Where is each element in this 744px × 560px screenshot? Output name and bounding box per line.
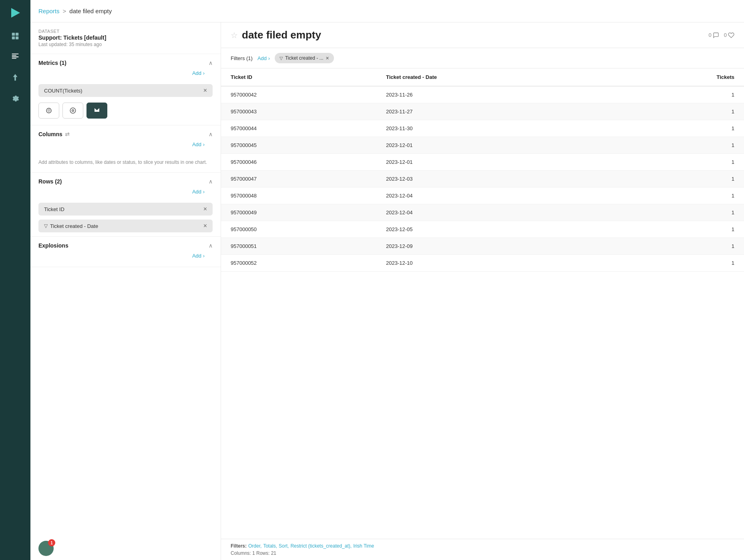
explosions-add-button[interactable]: Add ›: [184, 253, 213, 263]
cell-tickets-count: 1: [617, 154, 744, 171]
cell-ticket-id: 957000045: [221, 137, 376, 154]
logo[interactable]: [7, 5, 23, 21]
rows-chip-ticket-id[interactable]: Ticket ID ×: [38, 203, 213, 216]
user-avatar[interactable]: 1: [38, 541, 54, 556]
svg-rect-1: [12, 33, 15, 36]
report-title: date filed empty: [242, 29, 321, 41]
svg-rect-3: [12, 36, 15, 39]
table-row: 9570000512023-12-091: [221, 238, 744, 255]
bottom-bar-filters: Filters: Order, Totals, Sort, Restrict (…: [231, 543, 734, 549]
cell-ticket-date: 2023-11-27: [376, 103, 617, 120]
metrics-header: Metrics (1) ∧: [30, 54, 221, 70]
report-badges: 0 0: [709, 32, 734, 38]
columns-section: Columns ⇄ ∧ Add › Add attributes to colu…: [30, 125, 221, 173]
table-row: 9570000432023-11-271: [221, 103, 744, 120]
columns-sort-icon: ⇄: [65, 131, 70, 137]
cell-tickets-count: 1: [617, 120, 744, 137]
filter-chip-remove[interactable]: ×: [326, 55, 329, 61]
settings-nav-icon[interactable]: [6, 90, 24, 107]
viz-buttons-group: [30, 103, 221, 125]
cell-ticket-date: 2023-12-03: [376, 171, 617, 187]
left-panel: Dataset Support: Tickets [default] Last …: [30, 22, 221, 560]
table-row: 9570000522023-12-101: [221, 255, 744, 272]
dataset-updated: Last updated: 35 minutes ago: [38, 42, 213, 47]
breadcrumb-current-page: date filed empty: [69, 8, 112, 14]
filter-viz-button[interactable]: [38, 103, 59, 119]
filter-sort-link[interactable]: Sort,: [279, 543, 289, 549]
cell-ticket-id: 957000051: [221, 238, 376, 255]
data-table-container: Ticket ID Ticket created - Date Tickets …: [221, 68, 744, 539]
breadcrumb-reports-link[interactable]: Reports: [38, 8, 60, 14]
explosions-collapse-icon[interactable]: ∧: [209, 242, 213, 249]
table-row: 9570000422023-11-261: [221, 86, 744, 103]
metrics-collapse-icon[interactable]: ∧: [209, 60, 213, 66]
cell-ticket-id: 957000046: [221, 154, 376, 171]
reports-nav-icon[interactable]: [6, 48, 24, 66]
avatar-notification-badge: 1: [48, 539, 55, 546]
report-header: ☆ date filed empty 0 0: [221, 22, 744, 48]
metrics-chip[interactable]: COUNT(Tickets) ×: [38, 84, 213, 97]
filter-chip-icon: ▽: [280, 56, 283, 61]
breadcrumb: Reports > date filed empty: [38, 8, 112, 14]
columns-header: Columns ⇄ ∧: [30, 125, 221, 141]
right-panel: ☆ date filed empty 0 0 Filters (1): [221, 22, 744, 560]
rows-chip-ticket-id-remove[interactable]: ×: [203, 206, 207, 212]
cell-ticket-date: 2023-12-01: [376, 137, 617, 154]
topbar: Reports > date filed empty: [30, 0, 744, 22]
columns-add-button[interactable]: Add ›: [184, 141, 213, 151]
explosions-title: Explosions: [38, 242, 68, 249]
rows-chip-ticket-created-remove[interactable]: ×: [203, 223, 207, 229]
cell-ticket-id: 957000049: [221, 204, 376, 221]
rows-chip-filter-icon: ▽: [44, 223, 48, 229]
table-row: 9570000462023-12-011: [221, 154, 744, 171]
filter-chip-ticket-created[interactable]: ▽ Ticket created - ... ×: [275, 53, 334, 63]
chat-viz-button[interactable]: [86, 103, 107, 119]
likes-count-badge[interactable]: 0: [724, 32, 734, 38]
cell-ticket-date: 2023-12-01: [376, 154, 617, 171]
cell-tickets-count: 1: [617, 171, 744, 187]
filter-totals-link[interactable]: Totals,: [263, 543, 277, 549]
rows-chip-ticket-id-label: Ticket ID: [44, 206, 64, 212]
bottom-bar-info: Columns: 1 Rows: 21: [231, 550, 734, 556]
radio-viz-button[interactable]: [62, 103, 83, 119]
avatar-area: 1: [30, 537, 221, 560]
comments-count-badge[interactable]: 0: [709, 32, 719, 38]
data-table: Ticket ID Ticket created - Date Tickets …: [221, 68, 744, 272]
dataset-header: Dataset Support: Tickets [default] Last …: [30, 22, 221, 54]
metrics-chip-remove[interactable]: ×: [203, 87, 207, 94]
cell-ticket-date: 2023-12-09: [376, 238, 617, 255]
columns-collapse-icon[interactable]: ∧: [209, 131, 213, 137]
comments-icon: [713, 32, 719, 38]
explosions-header: Explosions ∧: [30, 237, 221, 253]
cell-ticket-id: 957000048: [221, 187, 376, 204]
rows-add-button[interactable]: Add ›: [184, 189, 213, 199]
cell-ticket-id: 957000043: [221, 103, 376, 120]
filter-restrict-link[interactable]: Restrict (tickets_created_at),: [290, 543, 352, 549]
columns-empty-text: Add attributes to columns, like dates or…: [30, 155, 221, 172]
cell-tickets-count: 1: [617, 86, 744, 103]
filter-add-button[interactable]: Add ›: [257, 55, 270, 61]
metrics-add-button[interactable]: Add ›: [184, 70, 213, 80]
filters-label: Filters (1): [231, 55, 253, 61]
filter-irishtime-link[interactable]: Irish Time: [353, 543, 374, 549]
metrics-section: Metrics (1) ∧ Add › COUNT(Tickets) ×: [30, 54, 221, 125]
upload-nav-icon[interactable]: [6, 69, 24, 87]
cell-tickets-count: 1: [617, 221, 744, 238]
filter-order-link[interactable]: Order,: [248, 543, 261, 549]
bottom-bar: Filters: Order, Totals, Sort, Restrict (…: [221, 539, 744, 560]
favorite-star-icon[interactable]: ☆: [231, 30, 238, 40]
metrics-chip-label: COUNT(Tickets): [44, 88, 82, 94]
dashboard-nav-icon[interactable]: [6, 27, 24, 45]
cell-tickets-count: 1: [617, 255, 744, 272]
rows-collapse-icon[interactable]: ∧: [209, 178, 213, 185]
filter-chip-label: Ticket created - ...: [285, 55, 324, 61]
likes-count: 0: [724, 32, 727, 38]
columns-title: Columns ⇄: [38, 131, 70, 137]
rows-title: Rows (2): [38, 178, 62, 185]
svg-rect-2: [16, 33, 18, 36]
content-area: Dataset Support: Tickets [default] Last …: [30, 22, 744, 560]
col-header-tickets: Tickets: [617, 68, 744, 86]
rows-header: Rows (2) ∧: [30, 173, 221, 189]
cell-ticket-date: 2023-11-26: [376, 86, 617, 103]
rows-chip-ticket-created[interactable]: ▽ Ticket created - Date ×: [38, 220, 213, 232]
